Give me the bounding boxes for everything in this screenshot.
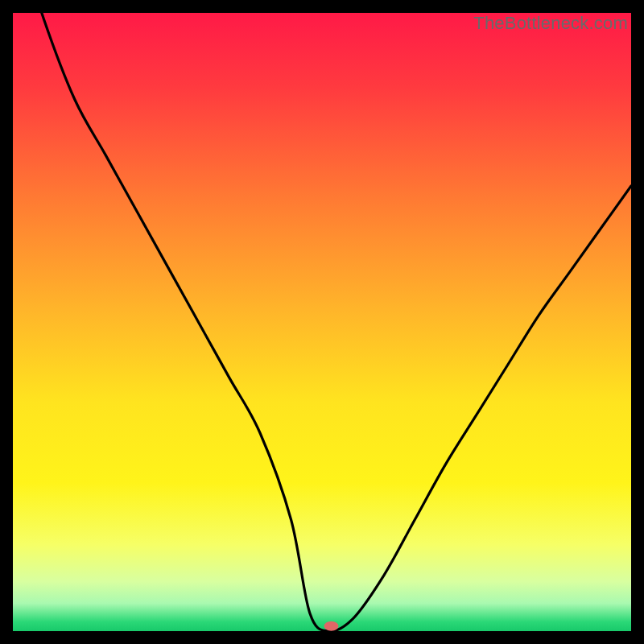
chart-frame: TheBottleneck.com	[13, 13, 631, 631]
gradient-background	[13, 13, 631, 631]
chart-svg	[13, 13, 631, 631]
minimum-marker	[324, 621, 339, 631]
watermark-text: TheBottleneck.com	[473, 13, 628, 34]
